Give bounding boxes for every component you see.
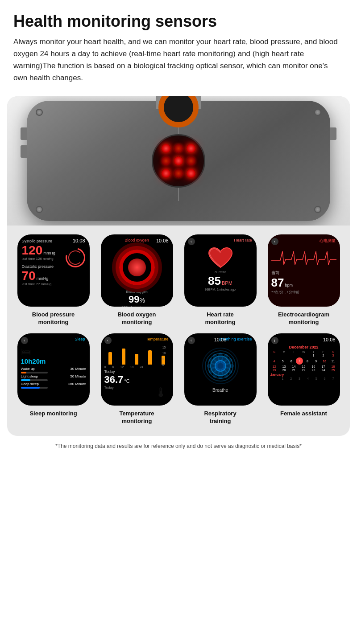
cal-day-16: 16: [310, 365, 318, 368]
cal-day-12: 12: [270, 365, 278, 368]
ox-rings: [119, 250, 155, 285]
deep-bar-bg: [21, 387, 48, 389]
sleep-label: Sleep monitoring: [29, 410, 77, 418]
hr-label: Heart ratemonitoring: [205, 311, 236, 326]
temp-back-btn[interactable]: ‹: [104, 337, 112, 344]
ecg-value: 87: [271, 276, 284, 290]
ox-value-row: 99 %: [129, 294, 145, 305]
wake-label: Wake up: [21, 367, 35, 371]
ecg-current-label: 当前: [271, 270, 336, 276]
cal-day-7-highlight: 7: [296, 357, 303, 365]
ox-pct: %: [140, 297, 145, 304]
sleep-rows: Wake up 30 Minute Light sleep 50 Minute …: [21, 367, 86, 389]
cal-empty-2: [280, 354, 288, 357]
cal-next-empty: [270, 377, 278, 380]
cal-row-4: 19 20 21 22 23 24 25: [270, 369, 337, 372]
breath-time: 10:08: [214, 337, 227, 342]
temp-value-row: 36.7 °C: [104, 374, 170, 386]
cal-month-title: December 2022: [270, 345, 337, 349]
sleep-content: 🛏 10h20m Wake up 30 Minute Light sleep 5…: [17, 333, 90, 393]
cal-day-13: 13: [280, 365, 288, 368]
svg-point-16: [215, 361, 226, 371]
hr-back-btn[interactable]: ‹: [188, 238, 195, 245]
breath-label: Respiratorytraining: [204, 410, 236, 425]
cal-screen: i December 2022 S M T W T F S: [268, 333, 340, 406]
ecg-back-btn[interactable]: ‹: [271, 238, 278, 245]
sleep-duration: 10h20m: [21, 357, 86, 365]
temp-x-12: 12: [120, 365, 124, 369]
temp-bar-2: [122, 349, 125, 365]
sleep-back-btn[interactable]: ‹: [21, 337, 28, 344]
cal-next-6: 6: [321, 377, 329, 380]
dow-f: F: [320, 350, 328, 353]
screw-br: [314, 206, 321, 213]
sensor-dots: [157, 139, 200, 182]
feature-breathing: ‹ Breathing exercise: [181, 333, 259, 425]
disclaimer: *The monitoring data and results are for…: [0, 436, 357, 454]
sensor-array: [152, 134, 205, 188]
ox-title: Blood oxygen: [125, 238, 149, 242]
cal-info-btn[interactable]: i: [271, 337, 278, 344]
deep-value: 360 Minute: [68, 382, 86, 386]
cal-day-22: 22: [300, 369, 308, 372]
cal-day-20: 20: [280, 369, 288, 372]
breath-back-btn[interactable]: ‹: [188, 337, 195, 344]
feature-female: i December 2022 S M T W T F S: [265, 333, 343, 425]
bp-dial-inner: [68, 250, 83, 265]
screw-bl: [36, 206, 43, 213]
cal-row-2: 4 5 6 7 8 9 10 11: [270, 357, 337, 365]
ecg-title: 心电测量: [320, 238, 336, 244]
bp-diastolic-last: last time 77 mmHg: [22, 282, 85, 286]
cal-day-3: 3: [329, 354, 337, 357]
ox-time: 10:08: [156, 238, 169, 243]
ecg-wave: [271, 247, 336, 268]
watch-back-body: [27, 101, 330, 221]
side-button-left: [21, 127, 27, 140]
sensor-dot-7: [162, 169, 170, 178]
breathe-label: Breathe: [212, 388, 228, 393]
bp-screen: 10:08 Systolic pressure 120 mmHg last ti…: [17, 234, 90, 307]
cal-day-2: 2: [320, 354, 328, 357]
hr-unit: BPM: [222, 280, 232, 286]
hr-content: current 85 BPM 99BPM, 1minutes ago: [184, 234, 257, 291]
watch-image: [7, 96, 350, 226]
header-section: Health monitoring sensors Always monitor…: [0, 0, 357, 92]
watch-crown: [158, 96, 199, 127]
temp-scale-5: 5: [162, 357, 166, 361]
temp-bar-col-2: [117, 349, 130, 365]
light-bar: [21, 379, 30, 381]
temp-bar-4: [148, 350, 152, 365]
cal-time: 10:08: [323, 337, 336, 342]
hr-sub: 99BPM, 1minutes ago: [205, 288, 236, 291]
breath-svg: [201, 347, 240, 385]
breath-screen: ‹ Breathing exercise: [184, 333, 257, 406]
cal-next-7: 7: [329, 377, 337, 380]
cal-next-3: 3: [295, 377, 303, 380]
screw-tl: [36, 109, 43, 116]
sensor-dot-4: [162, 156, 170, 165]
bp-diastolic-value: 70: [22, 270, 36, 282]
deep-label: Deep sleep: [21, 382, 39, 386]
cal-empty-4: [300, 354, 308, 357]
dow-w: W: [300, 350, 308, 353]
dow-m: M: [280, 350, 288, 353]
sleep-light-row: Light sleep 50 Minute: [21, 374, 86, 378]
dow-s2: S: [329, 350, 337, 353]
cal-day-24: 24: [320, 369, 328, 372]
temp-x-labels: 0 6 12 18 24: [104, 365, 144, 369]
temp-title: Temperature: [146, 337, 169, 341]
cal-day-5: 5: [279, 360, 287, 363]
deep-bar: [21, 387, 40, 389]
side-button-left2: [21, 145, 27, 158]
sleep-icon: 🛏: [21, 346, 86, 357]
temp-scale-10: 10: [162, 352, 166, 355]
ox-sub: 99%, 1minutes ago: [121, 305, 152, 307]
cal-next-5: 5: [312, 377, 320, 380]
cal-row-1: 1 2 3: [270, 354, 337, 357]
screw-tr: [314, 109, 321, 116]
light-label: Light sleep: [21, 374, 38, 378]
cal-day-10: 10: [320, 360, 328, 363]
light-value: 50 Minute: [70, 374, 86, 378]
cal-day-8: 8: [303, 360, 311, 363]
feature-grid-row2: ‹ Sleep 🛏 10h20m Wake up 30 Minute Light…: [14, 333, 343, 425]
